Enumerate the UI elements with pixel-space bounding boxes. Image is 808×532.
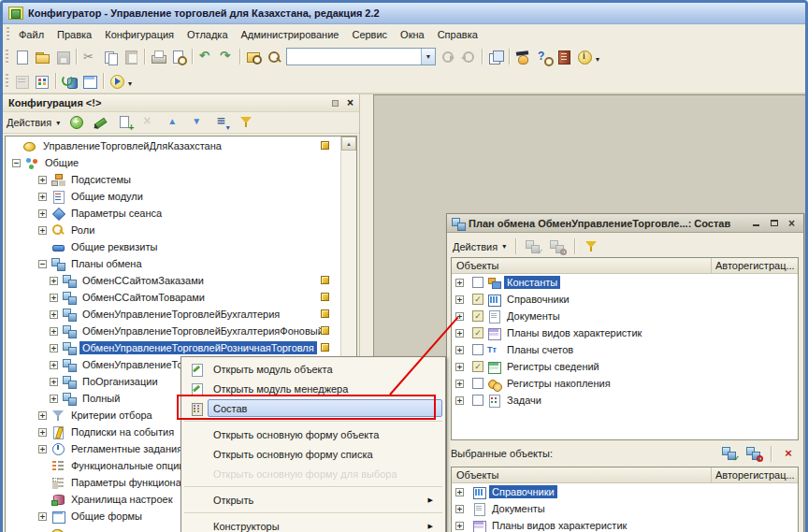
tree-item[interactable]: УправлениеТорговлейДляКазахстана (7, 137, 340, 154)
title-bar[interactable]: Конфигуратор - Управление торговлей для … (3, 3, 805, 24)
context-menu-item[interactable]: Открыть▶ (181, 490, 445, 510)
list-item[interactable]: +Документы (452, 500, 798, 517)
expand-icon[interactable]: + (455, 363, 464, 371)
delete-red-button[interactable]: × (778, 444, 799, 463)
tree-item[interactable]: +Роли (7, 222, 340, 238)
update-db-config-button[interactable] (59, 72, 79, 91)
actions-button[interactable]: Действия (7, 117, 52, 128)
list-item[interactable]: +✓Документы (452, 308, 798, 324)
column-objects[interactable]: Объекты (452, 258, 712, 273)
checkbox[interactable] (472, 395, 483, 406)
tree-item[interactable]: +ОбменУправлениеТорговлейРозничнаяТоргов… (7, 339, 340, 356)
checkbox[interactable]: ✓ (472, 294, 483, 305)
tree-item[interactable]: −Общие (7, 154, 340, 171)
copy-button[interactable] (100, 48, 121, 66)
act-up-button[interactable] (164, 113, 184, 132)
expand-icon[interactable]: + (38, 226, 47, 235)
scroll-up-button[interactable]: ▲ (341, 137, 356, 151)
act-delete-button[interactable] (139, 113, 160, 132)
expand-icon[interactable]: + (38, 209, 47, 218)
list-item[interactable]: +✓Регистры сведений (452, 358, 798, 375)
tree-item[interactable]: +ОбменССайтомТоварами (7, 289, 340, 306)
toolbar-overflow-caret[interactable]: ▾ (127, 74, 136, 88)
tree-item[interactable]: +ОбменУправлениеТорговлейБухгалтерияФоно… (7, 323, 340, 339)
undo-button[interactable] (195, 48, 216, 66)
list-item[interactable]: +✓Справочники (452, 291, 798, 308)
compare-config-button[interactable] (11, 72, 32, 91)
expand-icon[interactable]: + (38, 411, 47, 420)
close-button[interactable]: × (785, 217, 799, 230)
tree-item[interactable]: +Параметры сеанса (7, 205, 340, 222)
tree-item[interactable]: Общие реквизиты (7, 238, 340, 255)
help-search-button[interactable] (533, 48, 554, 66)
expand-icon[interactable]: + (38, 445, 47, 453)
list-item[interactable]: +✓Планы видов характеристик (452, 324, 798, 341)
checkbox[interactable] (472, 378, 483, 389)
expand-icon[interactable]: + (50, 310, 58, 319)
tree-item[interactable]: +Общие модули (7, 188, 340, 205)
checkbox[interactable]: ✓ (472, 361, 483, 372)
expand-icon[interactable]: + (455, 329, 464, 338)
chevron-down-icon[interactable]: ▾ (56, 119, 60, 127)
list-item[interactable]: +Планы счетов (452, 341, 798, 358)
mark-autoreg-on-button[interactable]: ✓ (719, 444, 740, 463)
checkbox[interactable]: ✓ (472, 327, 483, 338)
expand-icon[interactable]: + (455, 396, 464, 405)
toolbar-grip[interactable] (6, 50, 8, 64)
act-edit-button[interactable] (91, 113, 111, 132)
act-add-button[interactable] (66, 113, 87, 132)
find-next-button[interactable] (438, 48, 458, 66)
toolbar-overflow-caret[interactable]: ▾ (595, 50, 603, 64)
checkbox[interactable]: ✓ (472, 310, 483, 322)
expand-icon[interactable]: + (38, 512, 47, 521)
filter-button[interactable] (237, 113, 257, 132)
menubar-item-8[interactable]: Справка (431, 26, 484, 43)
expand-icon[interactable]: + (455, 380, 464, 388)
list-item[interactable]: +Справочники (452, 483, 798, 500)
print-button[interactable] (148, 48, 168, 66)
column-autoregistration[interactable]: Авторегистрац... (712, 467, 798, 482)
cut-button[interactable] (79, 48, 100, 66)
expand-icon[interactable]: + (50, 294, 58, 302)
menubar-item-4[interactable]: Отладка (180, 26, 234, 43)
context-menu-item[interactable]: Открыть основную форму для выбора (181, 464, 445, 483)
expand-icon[interactable]: + (455, 488, 464, 496)
open-button[interactable] (32, 48, 52, 66)
tree-item[interactable]: −Планы обмена (7, 255, 340, 272)
save-button[interactable] (52, 48, 73, 66)
find-button[interactable] (264, 48, 284, 66)
expand-icon[interactable]: + (50, 378, 58, 386)
collapse-icon[interactable]: − (38, 260, 47, 268)
menubar-item-1[interactable]: Файл (12, 26, 50, 43)
combobox-dropdown-button[interactable]: ▼ (421, 49, 435, 65)
expand-icon[interactable]: + (50, 344, 58, 352)
checkbox[interactable] (472, 344, 483, 355)
act-sort-button[interactable] (212, 113, 233, 132)
context-menu-item[interactable]: Открыть основную форму списка (181, 444, 445, 464)
mark-autoreg-off-button[interactable] (743, 444, 764, 463)
filter-button[interactable] (582, 237, 602, 256)
expand-icon[interactable]: + (50, 327, 58, 336)
menubar-item-3[interactable]: Конфигурация (98, 26, 180, 43)
search-input[interactable] (287, 50, 421, 64)
syntax-helper-button[interactable] (512, 48, 533, 66)
act-copy-button[interactable] (115, 113, 136, 132)
tree-item[interactable]: +ОбменУправлениеТорговлейБухгалтерия (7, 306, 340, 323)
column-objects[interactable]: Объекты (452, 467, 712, 482)
paste-button[interactable] (121, 48, 141, 66)
expand-icon[interactable]: + (455, 279, 464, 287)
toolbar-grip[interactable] (6, 74, 8, 88)
panel-close-button[interactable]: × (347, 98, 354, 108)
mark-autoreg-off-button[interactable] (547, 237, 568, 256)
tree-item[interactable]: +ОбменССайтомЗаказами (7, 272, 340, 289)
mark-autoreg-on-button[interactable]: ✓ (523, 237, 543, 256)
list-item[interactable]: +Планы видов характеристик (452, 517, 798, 532)
windows-list-button[interactable] (485, 48, 506, 66)
new-document-button[interactable] (11, 48, 32, 66)
redo-button[interactable] (216, 48, 237, 66)
checkbox[interactable] (472, 277, 483, 288)
expand-icon[interactable]: + (50, 277, 58, 285)
dialog-actions-button[interactable]: Действия (453, 241, 498, 252)
expand-icon[interactable]: + (50, 361, 58, 369)
menubar-item-5[interactable]: Администрирование (235, 26, 346, 43)
